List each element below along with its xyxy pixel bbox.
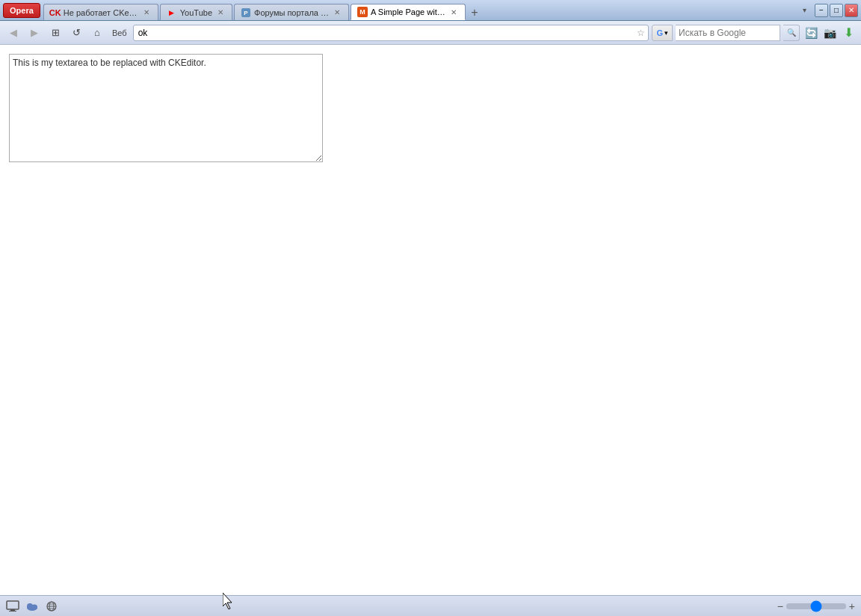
camera-icon: 📷: [824, 27, 836, 39]
zoom-slider[interactable]: [786, 603, 846, 609]
statusbar-left: [6, 600, 58, 613]
svg-text:P: P: [244, 10, 248, 16]
search-go-icon: 🔍: [787, 28, 796, 37]
tabs-container: CK Не работает CKeditor ... ✕ ▶ YouTube …: [43, 0, 797, 20]
statusbar: − +: [0, 595, 861, 616]
toolbar: ◀ ▶ ⊞ ↺ ⌂ Веб ☆ G ▾ 🔍 🔄 📷: [0, 21, 861, 45]
reload-icon: ↺: [72, 27, 81, 38]
bookmark-star-icon[interactable]: ☆: [637, 28, 645, 38]
tab-youtube-favicon: ▶: [167, 7, 177, 18]
tab-youtube-label: YouTube: [180, 8, 212, 17]
tabs-dropdown-button[interactable]: ▾: [797, 3, 812, 18]
tab-php-close[interactable]: ✕: [332, 7, 342, 18]
search-go-button[interactable]: 🔍: [783, 25, 800, 41]
titlebar: Opera CK Не работает CKeditor ... ✕ ▶ Yo…: [0, 0, 861, 21]
zoom-control: − +: [777, 600, 855, 612]
home-icon: ⌂: [94, 27, 100, 38]
reload-button[interactable]: ↺: [67, 24, 85, 42]
tab-active-favicon: M: [357, 7, 368, 17]
svg-rect-5: [10, 609, 15, 611]
forward-icon: ▶: [31, 27, 38, 38]
tab-active[interactable]: M A Simple Page with CK... ✕: [351, 4, 466, 20]
tab-php-favicon: P: [241, 7, 251, 18]
zoom-in-button[interactable]: +: [849, 600, 855, 612]
page-content: This is my textarea to be replaced with …: [0, 45, 861, 173]
window-controls: − □ ✕: [815, 4, 858, 17]
tab-ckeditor-close[interactable]: ✕: [141, 7, 152, 18]
tab-ckeditor-favicon: CK: [50, 7, 61, 18]
statusbar-right: − +: [777, 600, 855, 612]
svg-rect-6: [9, 611, 16, 612]
minimize-icon: −: [819, 6, 824, 14]
refresh-icon-button[interactable]: 🔄: [803, 25, 819, 41]
speed-dial-icon: ⊞: [52, 27, 60, 38]
tab-active-label: A Simple Page with CK...: [371, 7, 445, 16]
web-label: Веб: [109, 28, 130, 37]
speed-dial-button[interactable]: ⊞: [46, 24, 64, 42]
home-button[interactable]: ⌂: [88, 24, 106, 42]
tab-ckeditor-label: Не работает CKeditor ...: [64, 8, 138, 17]
maximize-icon: □: [834, 6, 839, 14]
download-icon-button[interactable]: ⬇: [840, 25, 857, 41]
close-icon: ✕: [848, 6, 854, 14]
tab-youtube-close[interactable]: ✕: [215, 7, 226, 18]
tab-active-close[interactable]: ✕: [448, 7, 459, 17]
opera-logo: Opera: [10, 6, 34, 15]
browser-viewport: This is my textarea to be replaced with …: [0, 45, 861, 595]
tab-youtube[interactable]: ▶ YouTube ✕: [160, 4, 232, 20]
forward-button[interactable]: ▶: [25, 24, 43, 42]
google-icon: G: [656, 28, 663, 37]
addressbar-area: Веб ☆: [109, 25, 649, 41]
maximize-button[interactable]: □: [830, 4, 843, 17]
opera-menu-button[interactable]: Opera: [3, 3, 40, 18]
search-engine-dropdown-icon: ▾: [664, 29, 668, 37]
back-icon: ◀: [10, 27, 17, 38]
toolbar-right-buttons: 🔄 📷 ⬇: [803, 25, 857, 41]
statusbar-globe-icon[interactable]: [45, 600, 58, 613]
zoom-out-button[interactable]: −: [777, 600, 783, 612]
minimize-button[interactable]: −: [815, 4, 828, 17]
search-input[interactable]: [676, 25, 780, 41]
search-engine-button[interactable]: G ▾: [652, 25, 673, 41]
close-button[interactable]: ✕: [845, 4, 858, 17]
new-tab-button[interactable]: +: [467, 5, 482, 20]
refresh-icon: 🔄: [805, 27, 818, 39]
tab-php[interactable]: P Форумы портала PHP... ✕: [234, 4, 349, 20]
svg-point-9: [31, 604, 37, 609]
tab-ckeditor[interactable]: CK Не работает CKeditor ... ✕: [43, 4, 158, 20]
statusbar-cloud-icon[interactable]: [25, 600, 39, 613]
address-bar[interactable]: ☆: [133, 25, 649, 41]
search-area: G ▾ 🔍: [652, 25, 800, 41]
download-icon: ⬇: [844, 25, 854, 40]
tab-php-label: Форумы портала PHP...: [254, 8, 329, 17]
statusbar-monitor-icon[interactable]: [6, 600, 19, 613]
page-textarea[interactable]: This is my textarea to be replaced with …: [9, 54, 323, 162]
svg-rect-4: [7, 601, 19, 609]
camera-icon-button[interactable]: 📷: [821, 25, 838, 41]
address-input[interactable]: [138, 28, 644, 38]
back-button[interactable]: ◀: [4, 24, 22, 42]
svg-text:M: M: [359, 8, 365, 16]
